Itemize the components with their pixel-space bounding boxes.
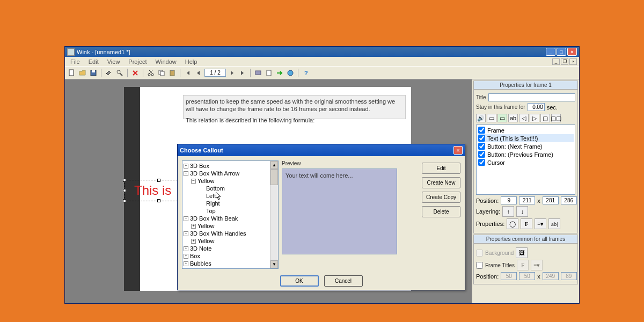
expand-icon[interactable]: +: [184, 246, 188, 251]
chk-cursor[interactable]: [478, 159, 485, 166]
menu-view[interactable]: View: [104, 57, 123, 66]
menu-help[interactable]: Help: [182, 57, 201, 66]
open-icon[interactable]: [78, 68, 87, 78]
maximize-button[interactable]: □: [557, 48, 566, 56]
collapse-icon[interactable]: −: [184, 231, 188, 236]
menu-project[interactable]: Project: [125, 57, 150, 66]
hammer-icon[interactable]: [104, 68, 114, 78]
expand-icon[interactable]: +: [184, 254, 188, 259]
save-icon[interactable]: [89, 68, 98, 78]
pos-x-input[interactable]: [501, 196, 517, 204]
textbox-icon[interactable]: ab: [508, 114, 518, 122]
minimize-button[interactable]: _: [546, 48, 555, 56]
tree-right[interactable]: Right: [206, 200, 220, 207]
tree-top[interactable]: Top: [206, 208, 216, 214]
menu-edit[interactable]: Edit: [85, 57, 102, 66]
tree-yellow3[interactable]: Yellow: [197, 238, 214, 244]
create-new-button[interactable]: Create New: [422, 177, 460, 188]
screen-icon[interactable]: [253, 68, 263, 78]
collapse-icon[interactable]: −: [184, 216, 188, 221]
chk-next[interactable]: [478, 143, 485, 150]
collapse-icon[interactable]: −: [191, 179, 196, 184]
delete-button[interactable]: Delete: [422, 206, 460, 217]
chk-frametitles[interactable]: [476, 262, 483, 269]
expand-icon[interactable]: +: [191, 224, 196, 229]
last-icon[interactable]: [238, 68, 247, 78]
layer-up-button[interactable]: ↑: [502, 206, 514, 217]
pos-y-input[interactable]: [519, 196, 535, 204]
expand-icon[interactable]: +: [184, 164, 188, 169]
tree-3dbox[interactable]: 3D Box: [190, 163, 209, 169]
tree-3dbox-handles[interactable]: 3D Box With Handles: [190, 230, 246, 237]
help-icon[interactable]: ?: [301, 68, 311, 78]
dialog-titlebar[interactable]: Choose Callout ×: [178, 144, 465, 156]
dialog-close-button[interactable]: ×: [453, 146, 463, 155]
callout-prop-button[interactable]: ◯: [507, 218, 518, 229]
title-input[interactable]: [488, 93, 575, 101]
expand-icon[interactable]: +: [191, 239, 196, 244]
link-icon[interactable]: ▢▢: [551, 114, 561, 122]
create-copy-button[interactable]: Create Copy: [422, 192, 460, 203]
new-icon[interactable]: [67, 68, 77, 78]
wrench-icon[interactable]: [115, 68, 125, 78]
background-image-button[interactable]: 🖼: [516, 247, 528, 258]
tree-scrollbar[interactable]: ▲ ▼: [270, 161, 278, 268]
tree-yellow2[interactable]: Yellow: [197, 223, 214, 229]
align-button[interactable]: ≡▾: [535, 218, 546, 229]
paste-icon[interactable]: [167, 68, 177, 78]
tree-left[interactable]: Left: [206, 193, 216, 199]
chk-prev[interactable]: [478, 151, 485, 158]
tree-bubbles[interactable]: Bubbles: [190, 260, 211, 267]
edit-button[interactable]: Edit: [422, 163, 460, 174]
copy-icon[interactable]: [157, 68, 166, 78]
globe-icon[interactable]: [286, 68, 295, 78]
mdi-close-button[interactable]: ×: [569, 58, 577, 65]
tree-3dnote[interactable]: 3D Note: [190, 245, 211, 252]
ok-button[interactable]: OK: [280, 275, 319, 287]
next-icon[interactable]: [227, 68, 237, 78]
first-icon[interactable]: [183, 68, 193, 78]
mdi-restore-button[interactable]: ❐: [561, 58, 568, 65]
tree-bottom[interactable]: Bottom: [206, 185, 225, 192]
page-icon[interactable]: [264, 68, 274, 78]
choose-callout-dialog: Choose Callout × +3D Box −3D Box With Ar…: [177, 144, 465, 290]
close-button[interactable]: ×: [567, 48, 577, 56]
layering-label: Layering:: [476, 208, 500, 215]
menu-file[interactable]: File: [67, 57, 83, 66]
arrow-right-icon[interactable]: [275, 68, 284, 78]
cut-icon[interactable]: [146, 68, 156, 78]
chk-text[interactable]: [478, 135, 485, 142]
tree-roadsign[interactable]: Road Sign: [190, 268, 217, 269]
expand-icon[interactable]: +: [184, 261, 188, 266]
button-next-icon[interactable]: ▷: [530, 114, 539, 122]
titlebar[interactable]: Wink - [unnamed1 *] _ □ ×: [65, 47, 579, 57]
pos-h-input[interactable]: [561, 196, 577, 204]
layer-down-button[interactable]: ↓: [516, 206, 528, 217]
prev-icon[interactable]: [194, 68, 203, 78]
mdi-minimize-button[interactable]: _: [552, 58, 560, 65]
delete-icon[interactable]: [130, 68, 140, 78]
scroll-up-icon[interactable]: ▲: [270, 161, 278, 169]
button-prev-icon[interactable]: ◁: [519, 114, 529, 122]
font-button[interactable]: F: [521, 218, 532, 229]
callout-type1-icon[interactable]: ▭: [487, 114, 496, 122]
chk-frame[interactable]: [478, 127, 485, 134]
cancel-button[interactable]: Cancel: [324, 275, 363, 287]
callout-type2-icon[interactable]: ▭: [497, 114, 507, 122]
tree-3dbox-arrow[interactable]: 3D Box With Arrow: [190, 170, 239, 177]
audio-icon[interactable]: 🔊: [476, 114, 486, 122]
collapse-icon[interactable]: −: [184, 171, 188, 176]
scroll-thumb[interactable]: [270, 169, 278, 185]
chk-background[interactable]: [476, 250, 483, 257]
menu-window[interactable]: Window: [152, 57, 180, 66]
tree-yellow1[interactable]: Yellow: [197, 178, 214, 184]
edit-text-button[interactable]: ab|: [548, 218, 560, 229]
expand-icon[interactable]: +: [184, 269, 188, 269]
goto-icon[interactable]: ▢: [540, 114, 550, 122]
callout-tree[interactable]: +3D Box −3D Box With Arrow −Yellow Botto…: [182, 160, 279, 269]
tree-3dbox-beak[interactable]: 3D Box With Beak: [190, 215, 238, 222]
tree-box[interactable]: Box: [190, 253, 200, 259]
scroll-down-icon[interactable]: ▼: [270, 260, 278, 268]
stay-input[interactable]: [528, 103, 545, 111]
pos-w-input[interactable]: [543, 196, 559, 204]
